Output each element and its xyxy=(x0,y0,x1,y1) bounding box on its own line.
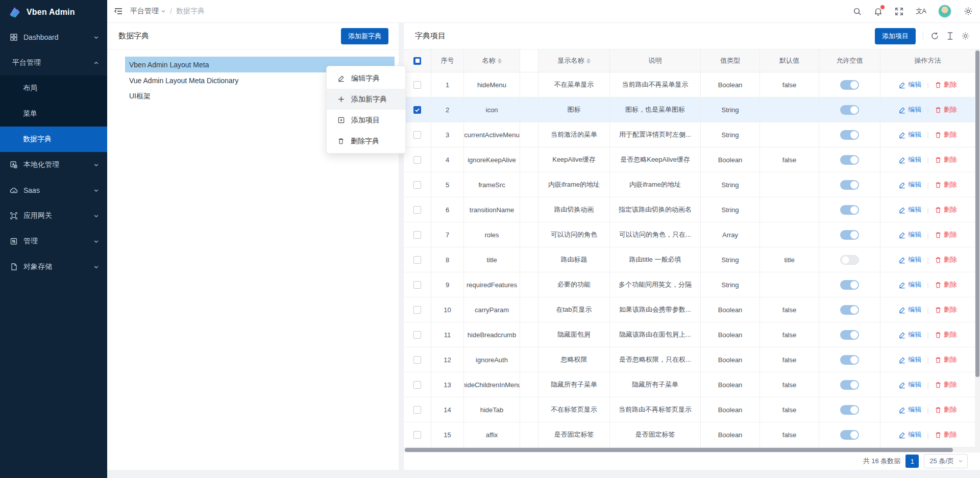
allow-empty-toggle[interactable] xyxy=(840,105,859,115)
edit-button[interactable]: 编辑 xyxy=(898,280,921,289)
row-checkbox[interactable] xyxy=(413,406,421,414)
allow-empty-toggle[interactable] xyxy=(840,355,859,365)
sidebar-item-data-dictionary[interactable]: 数据字典 xyxy=(0,127,107,152)
delete-button[interactable]: 删除 xyxy=(935,255,957,264)
sidebar-item-object-storage[interactable]: 对象存储 xyxy=(0,254,107,280)
edit-button[interactable]: 编辑 xyxy=(898,155,921,164)
sort-icon[interactable] xyxy=(586,58,591,64)
settings-icon[interactable] xyxy=(964,7,973,16)
translate-icon[interactable]: 文A xyxy=(916,7,926,16)
horizontal-scrollbar-thumb[interactable] xyxy=(405,448,953,452)
edit-button[interactable]: 编辑 xyxy=(898,380,921,389)
row-checkbox[interactable] xyxy=(413,256,421,264)
edit-button[interactable]: 编辑 xyxy=(898,430,921,439)
edit-button[interactable]: 编辑 xyxy=(898,255,921,264)
row-checkbox[interactable] xyxy=(413,331,421,339)
row-height-icon[interactable] xyxy=(946,32,954,40)
sidebar-item-localization[interactable]: 本地化管理 xyxy=(0,152,107,178)
delete-button[interactable]: 删除 xyxy=(935,205,957,214)
context-menu-item-edit-dict[interactable]: 编辑字典 xyxy=(327,68,405,89)
delete-button[interactable]: 删除 xyxy=(935,80,957,89)
user-avatar[interactable] xyxy=(938,5,951,18)
allow-empty-toggle[interactable] xyxy=(840,255,859,265)
column-header-display[interactable]: 显示名称 xyxy=(538,49,610,72)
column-header-actions[interactable]: 操作方法 xyxy=(880,49,975,72)
allow-empty-toggle[interactable] xyxy=(840,130,859,140)
allow-empty-toggle[interactable] xyxy=(840,405,859,415)
row-checkbox[interactable] xyxy=(413,431,421,439)
row-checkbox[interactable] xyxy=(413,281,421,289)
allow-empty-toggle[interactable] xyxy=(840,305,859,315)
collapse-sidebar-icon[interactable] xyxy=(114,7,123,16)
edit-button[interactable]: 编辑 xyxy=(898,105,921,114)
search-icon[interactable] xyxy=(853,7,862,16)
allow-empty-toggle[interactable] xyxy=(840,380,859,390)
delete-button[interactable]: 删除 xyxy=(935,180,957,189)
delete-button[interactable]: 删除 xyxy=(935,305,957,314)
settings-icon[interactable] xyxy=(961,32,970,40)
delete-button[interactable]: 删除 xyxy=(935,330,957,339)
edit-button[interactable]: 编辑 xyxy=(898,230,921,239)
edit-button[interactable]: 编辑 xyxy=(898,355,921,364)
app-logo[interactable]: Vben Admin xyxy=(0,0,107,24)
allow-empty-toggle[interactable] xyxy=(840,230,859,240)
allow-empty-toggle[interactable] xyxy=(840,155,859,165)
row-checkbox[interactable] xyxy=(413,356,421,364)
column-header-name[interactable]: 名称 xyxy=(464,49,520,72)
allow-empty-toggle[interactable] xyxy=(840,80,859,90)
column-header-allow_empty[interactable]: 允许空值 xyxy=(819,49,880,72)
bell-icon[interactable] xyxy=(874,7,883,16)
allow-empty-toggle[interactable] xyxy=(840,180,859,190)
edit-button[interactable]: 编辑 xyxy=(898,330,921,339)
row-checkbox[interactable] xyxy=(413,206,421,214)
edit-button[interactable]: 编辑 xyxy=(898,80,921,89)
allow-empty-toggle[interactable] xyxy=(840,280,859,290)
breadcrumb-platform[interactable]: 平台管理 xyxy=(130,7,166,16)
allow-empty-toggle[interactable] xyxy=(840,430,859,440)
column-header-type[interactable]: 值类型 xyxy=(701,49,760,72)
edit-button[interactable]: 编辑 xyxy=(898,205,921,214)
delete-button[interactable]: 删除 xyxy=(935,280,957,289)
page-size-select[interactable]: 25 条/页 xyxy=(924,454,968,468)
allow-empty-toggle[interactable] xyxy=(840,330,859,340)
sort-icon[interactable] xyxy=(498,58,502,64)
row-checkbox[interactable] xyxy=(413,106,421,114)
sidebar-item-menu[interactable]: 菜单 xyxy=(0,101,107,127)
delete-button[interactable]: 删除 xyxy=(935,380,957,389)
row-checkbox[interactable] xyxy=(413,306,421,314)
sidebar-item-dashboard[interactable]: Dashboard xyxy=(0,24,107,50)
row-checkbox[interactable] xyxy=(413,381,421,389)
column-header-no[interactable]: 序号 xyxy=(431,49,464,72)
add-item-button[interactable]: 添加项目 xyxy=(875,28,916,44)
edit-button[interactable]: 编辑 xyxy=(898,405,921,414)
add-dictionary-button[interactable]: 添加新字典 xyxy=(341,28,388,44)
delete-button[interactable]: 删除 xyxy=(935,130,957,139)
row-checkbox[interactable] xyxy=(413,156,421,164)
context-menu-item-add-dict[interactable]: 添加新字典 xyxy=(327,89,405,110)
sidebar-item-app-gateway[interactable]: 应用网关 xyxy=(0,203,107,229)
delete-button[interactable]: 删除 xyxy=(935,155,957,164)
vertical-scrollbar-thumb[interactable] xyxy=(975,51,979,377)
delete-button[interactable]: 删除 xyxy=(935,430,957,439)
context-menu-item-add-item[interactable]: 添加项目 xyxy=(327,110,405,131)
delete-button[interactable]: 删除 xyxy=(935,105,957,114)
page-1-button[interactable]: 1 xyxy=(905,455,919,468)
row-checkbox[interactable] xyxy=(413,131,421,139)
refresh-icon[interactable] xyxy=(930,32,939,40)
edit-button[interactable]: 编辑 xyxy=(898,180,921,189)
allow-empty-toggle[interactable] xyxy=(840,205,859,215)
delete-button[interactable]: 删除 xyxy=(935,405,957,414)
edit-button[interactable]: 编辑 xyxy=(898,130,921,139)
delete-button[interactable]: 删除 xyxy=(935,355,957,364)
sidebar-item-layout[interactable]: 布局 xyxy=(0,76,107,101)
edit-button[interactable]: 编辑 xyxy=(898,305,921,314)
row-checkbox[interactable] xyxy=(413,181,421,189)
column-header-desc[interactable]: 说明 xyxy=(610,49,701,72)
row-checkbox[interactable] xyxy=(413,81,421,89)
sidebar-item-saas[interactable]: Saas xyxy=(0,178,107,203)
row-checkbox[interactable] xyxy=(413,231,421,239)
sidebar-item-platform-management[interactable]: 平台管理 xyxy=(0,50,107,76)
select-all-checkbox[interactable] xyxy=(413,57,421,65)
column-header-default[interactable]: 默认值 xyxy=(760,49,819,72)
context-menu-item-delete-dict[interactable]: 删除字典 xyxy=(327,131,405,152)
